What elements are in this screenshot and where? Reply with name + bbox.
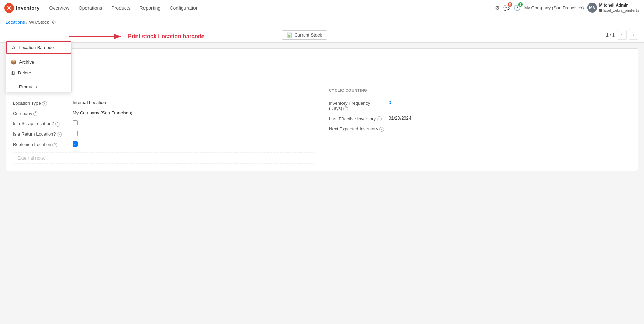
external-note[interactable]: External note... <box>13 152 315 164</box>
prev-page-button[interactable]: ‹ <box>617 30 627 40</box>
section-row: ADDITIONAL INFORMATION Location Type? In… <box>13 88 631 164</box>
location-type-value: Internal Location <box>73 100 106 105</box>
svg-point-1 <box>8 7 10 9</box>
company-label: Company? <box>13 110 68 116</box>
debug-icon[interactable]: ⚙ <box>495 5 500 11</box>
scrap-location-checkbox <box>73 120 78 127</box>
trash-icon: 🗑 <box>11 70 15 75</box>
nav-right: ⚙ 💬 5 🕐 2 My Company (San Francisco) MA … <box>495 3 640 13</box>
current-stock-icon: 📊 <box>287 32 292 38</box>
brand-logo <box>4 3 14 13</box>
nav-item-products[interactable]: Products <box>107 2 134 14</box>
scrap-location-label: Is a Scrap Location?? <box>13 120 68 127</box>
location-type-help[interactable]: ? <box>42 101 47 106</box>
dropdown-item-products[interactable]: Products <box>6 81 71 92</box>
delete-label: Delete <box>18 70 31 75</box>
pagination-info: 1 / 1 <box>606 32 615 38</box>
current-stock-button[interactable]: 📊 Current Stock <box>282 30 327 40</box>
company-value: My Company (San Francisco) <box>73 110 132 115</box>
company-name: My Company (San Francisco) <box>524 5 584 10</box>
dropdown-menu: 🖨 Location Barcode 📦 Archive 🗑 Delete Pr… <box>6 41 72 92</box>
scrap-location-row: Is a Scrap Location?? <box>13 120 315 127</box>
current-stock-label: Current Stock <box>295 32 322 38</box>
last-inventory-label: Last Effective Inventory? <box>329 115 385 122</box>
breadcrumb-bar: Locations / WH/Stock ⚙ <box>0 16 644 27</box>
annotation-arrow: Print stock Location barcode <box>69 31 204 42</box>
next-inventory-label: Next Expected Inventory? <box>329 125 385 132</box>
user-name: Mitchell Admin <box>599 3 640 8</box>
brand[interactable]: Inventory <box>4 3 40 13</box>
archive-icon: 📦 <box>11 59 16 65</box>
parent-location-row: Parent Location WH <box>13 76 631 81</box>
nav-items: Overview Operations Products Reporting C… <box>45 2 495 14</box>
settings-icon[interactable]: ⚙ <box>52 19 56 25</box>
location-type-label: Location Type? <box>13 100 68 106</box>
replenish-help[interactable]: ? <box>52 143 57 147</box>
printer-dot-icon <box>599 9 602 12</box>
return-location-row: Is a Return Location?? <box>13 131 315 137</box>
brand-label: Inventory <box>16 5 40 11</box>
navbar: Inventory Overview Operations Products R… <box>0 0 644 16</box>
return-checkbox[interactable] <box>73 131 78 136</box>
replenish-location-label: Replenish Location? <box>13 141 68 147</box>
messages-icon[interactable]: 💬 5 <box>503 5 510 11</box>
user-printer: label_zebra_printer17 <box>599 8 640 13</box>
dropdown-item-delete[interactable]: 🗑 Delete <box>6 67 71 78</box>
replenish-location-row: Replenish Location? ✓ <box>13 141 315 147</box>
location-field-label: Location <box>13 56 631 60</box>
replenish-location-checkbox: ✓ <box>73 141 78 147</box>
archive-label: Archive <box>19 59 34 65</box>
breadcrumb-current: WH/Stock <box>29 19 49 25</box>
nav-item-overview[interactable]: Overview <box>45 2 74 14</box>
messages-badge: 5 <box>508 2 512 7</box>
inventory-frequency-value[interactable]: 0 <box>389 100 391 105</box>
company-help[interactable]: ? <box>33 111 38 116</box>
user-avatar: MA <box>587 3 597 13</box>
return-location-checkbox <box>73 131 78 137</box>
last-inventory-value: 01/23/2024 <box>389 115 411 121</box>
nav-item-configuration[interactable]: Configuration <box>165 2 203 14</box>
nav-item-reporting[interactable]: Reporting <box>135 2 165 14</box>
scrap-help[interactable]: ? <box>55 122 60 127</box>
additional-info-section: ADDITIONAL INFORMATION Location Type? In… <box>13 88 315 164</box>
form-card: Location Stock Parent Location WH ADDITI… <box>6 48 638 171</box>
dropdown-divider-2 <box>6 80 71 80</box>
breadcrumb-locations[interactable]: Locations <box>6 19 25 25</box>
return-help[interactable]: ? <box>57 132 62 137</box>
user-info[interactable]: MA Mitchell Admin label_zebra_printer17 <box>587 3 640 13</box>
activity-badge: 2 <box>518 2 523 7</box>
dropdown-item-archive[interactable]: 📦 Archive <box>6 57 71 67</box>
replenish-checkbox[interactable]: ✓ <box>73 141 78 147</box>
cyclic-counting-section: CYCLIC COUNTING Inventory Frequency (Day… <box>329 88 631 164</box>
action-bar: 🖨 Location Barcode 📦 Archive 🗑 Delete Pr… <box>0 27 644 43</box>
cyclic-counting-title: CYCLIC COUNTING <box>329 88 631 95</box>
next-inventory-help[interactable]: ? <box>379 127 384 132</box>
nav-item-operations[interactable]: Operations <box>74 2 106 14</box>
activity-icon[interactable]: 🕐 2 <box>514 5 521 11</box>
company-row: Company? My Company (San Francisco) <box>13 110 315 116</box>
pagination-controls: 1 / 1 ‹ › <box>606 30 638 40</box>
location-type-row: Location Type? Internal Location <box>13 100 315 106</box>
return-location-label: Is a Return Location?? <box>13 131 68 137</box>
scrap-checkbox[interactable] <box>73 120 78 125</box>
inventory-freq-help[interactable]: ? <box>343 106 348 111</box>
dropdown-divider-1 <box>6 55 71 55</box>
main-content: Location Stock Parent Location WH ADDITI… <box>0 43 644 177</box>
next-inventory-row: Next Expected Inventory? <box>329 125 631 132</box>
form-header: Location Stock <box>13 56 631 70</box>
location-barcode-label: Location Barcode <box>19 45 54 50</box>
last-inventory-row: Last Effective Inventory? 01/23/2024 <box>329 115 631 122</box>
location-name[interactable]: Stock <box>13 61 631 70</box>
inventory-frequency-label: Inventory Frequency (Days)? <box>329 100 385 111</box>
arrow-svg <box>69 31 125 42</box>
inventory-frequency-row: Inventory Frequency (Days)? 0 <box>329 100 631 111</box>
dropdown-item-location-barcode[interactable]: 🖨 Location Barcode <box>6 41 71 54</box>
breadcrumb-separator: / <box>26 19 28 25</box>
annotation-text: Print stock Location barcode <box>128 33 204 40</box>
products-label: Products <box>19 84 37 89</box>
last-inventory-help[interactable]: ? <box>377 116 382 121</box>
printer-icon: 🖨 <box>11 45 16 50</box>
next-page-button[interactable]: › <box>629 30 638 40</box>
